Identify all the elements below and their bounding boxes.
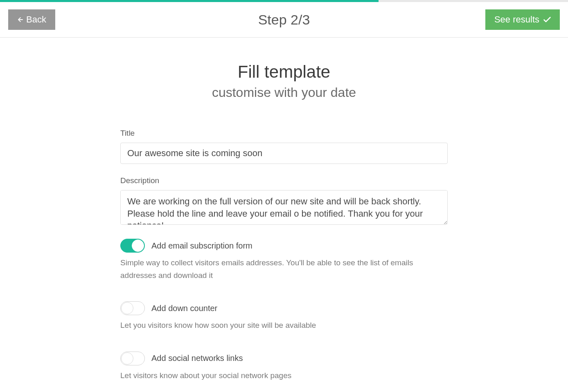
email-toggle-group: Add email subscription form Simple way t… [120, 239, 448, 282]
progress-bar [0, 0, 568, 2]
toggle-knob [121, 352, 133, 365]
toggle-knob [121, 302, 133, 314]
email-toggle-label: Add email subscription form [151, 241, 252, 251]
content: Fill template customise with your date T… [112, 62, 456, 382]
page-heading: Fill template [120, 62, 448, 82]
progress-fill [0, 0, 379, 2]
back-button-label: Back [26, 14, 46, 25]
counter-toggle-description: Let you visitors know how soon your site… [120, 319, 448, 332]
email-toggle-description: Simple way to collect visitors emails ad… [120, 257, 448, 282]
page-subheading: customise with your date [120, 85, 448, 100]
back-button[interactable]: Back [8, 9, 55, 30]
toggle-knob [132, 240, 144, 252]
see-results-button[interactable]: See results [485, 9, 560, 30]
social-toggle-label: Add social networks links [151, 354, 243, 363]
counter-toggle-label: Add down counter [151, 304, 217, 313]
social-links-toggle[interactable] [120, 352, 145, 365]
arrow-left-icon [17, 17, 23, 22]
step-indicator: Step 2/3 [258, 12, 310, 28]
see-results-label: See results [494, 14, 539, 25]
description-label: Description [120, 176, 448, 185]
social-toggle-description: Let visitors know about your social netw… [120, 370, 448, 382]
check-icon [543, 17, 551, 22]
social-toggle-group: Add social networks links Let visitors k… [120, 352, 448, 382]
email-subscription-toggle[interactable] [120, 239, 145, 253]
title-group: Title [120, 129, 448, 164]
header: Back Step 2/3 See results [0, 2, 568, 38]
description-textarea[interactable]: We are working on the full version of ou… [120, 190, 448, 225]
title-label: Title [120, 129, 448, 138]
down-counter-toggle[interactable] [120, 301, 145, 315]
title-input[interactable] [120, 143, 448, 164]
description-group: Description We are working on the full v… [120, 176, 448, 226]
counter-toggle-group: Add down counter Let you visitors know h… [120, 301, 448, 332]
